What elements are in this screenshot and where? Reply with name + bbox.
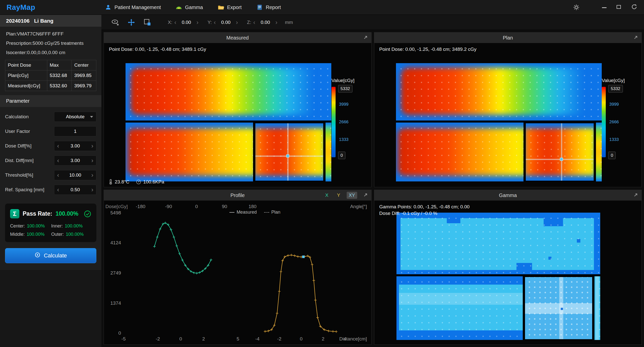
decrement-icon[interactable]: ‹ — [214, 19, 216, 25]
settings-gear-icon[interactable] — [573, 4, 580, 11]
gamma-crosshair-box[interactable] — [524, 276, 593, 340]
increment-icon[interactable]: › — [196, 19, 198, 25]
colorbar-tick: 1333 — [609, 137, 619, 142]
expand-icon[interactable] — [633, 35, 638, 40]
user-factor-input[interactable]: 1 — [54, 126, 96, 136]
gamma-right-sliver[interactable] — [594, 276, 600, 340]
plan-point-dose: Point Dose: 0.00, -1.25, -0.48 cm; 3489.… — [379, 47, 477, 52]
heatmap-bottom-left[interactable] — [126, 123, 253, 181]
ref-spacing-stepper[interactable]: ‹ 0.50 › — [54, 185, 96, 195]
gamma-heatmap[interactable] — [396, 213, 600, 340]
calculate-icon — [34, 252, 41, 259]
angle-axis-label: Angle[°] — [350, 204, 367, 209]
decrement-icon[interactable]: ‹ — [253, 19, 255, 25]
crosshair-point[interactable] — [286, 154, 289, 157]
y-axis-label: Dose[cGy] — [105, 204, 128, 209]
gamma-panel-header: Gamma — [374, 190, 642, 201]
parameter-fields: Calculation Absolute User Factor 1 Dose … — [0, 107, 101, 197]
zoom-region-icon[interactable] — [143, 18, 152, 27]
select-value: Absolute — [66, 114, 85, 120]
expand-icon[interactable] — [363, 192, 368, 198]
pan-move-icon[interactable] — [127, 18, 136, 27]
patient-header[interactable]: 20240106 Li Bang — [0, 15, 101, 27]
panel-grid: Measured Point Dose: 0.00, -1.25, -0.48 … — [101, 30, 644, 347]
pass-rate-card: Σ Pass Rate: 100.00% Center: 100.00% Inn… — [5, 204, 96, 242]
increment-icon[interactable]: › — [91, 187, 93, 193]
chevron-down-icon — [90, 116, 93, 118]
panel-title: Gamma — [499, 192, 517, 198]
calculation-select[interactable]: Absolute — [54, 112, 96, 122]
gamma-top-block[interactable] — [396, 213, 600, 274]
legend-plan: Plan — [264, 210, 280, 215]
heatmap-crosshair-box[interactable] — [255, 123, 324, 181]
heatmap-bottom-left[interactable] — [396, 123, 524, 181]
check-circle-icon — [84, 210, 91, 218]
crosshair-point[interactable] — [560, 158, 563, 161]
plan-max: 5332.68 — [47, 70, 72, 81]
heatmap-right-sliver[interactable] — [326, 123, 331, 181]
y-coordinate-value[interactable]: 0.00 — [218, 20, 234, 25]
plan-heatmap[interactable] — [396, 63, 602, 181]
increment-icon[interactable]: › — [236, 19, 238, 25]
expand-icon[interactable] — [363, 35, 368, 40]
increment-icon[interactable]: › — [91, 172, 93, 178]
titlebar: RayMap Patient Management Gamma Export — [0, 0, 644, 15]
tab-label: Gamma — [185, 5, 203, 10]
legend-measured: Measured — [229, 210, 257, 215]
tab-report[interactable]: Report — [256, 4, 281, 11]
heatmap-crosshair-box[interactable] — [525, 123, 594, 181]
dist-diff-stepper[interactable]: ‹ 3.00 › — [54, 156, 96, 166]
measured-heatmap[interactable] — [126, 63, 331, 181]
heatmap-top-block[interactable] — [396, 63, 602, 121]
dotted-line-swatch — [264, 212, 269, 213]
minimize-button[interactable] — [602, 5, 607, 10]
distance-axis-label: Distance[cm] — [339, 336, 367, 341]
field-threshold: Threshold[%] ‹ 10.00 › — [5, 168, 96, 182]
report-document-icon — [256, 4, 263, 11]
decrement-icon[interactable]: ‹ — [57, 158, 59, 164]
measured-max: 5332.60 — [47, 81, 72, 91]
prescription-line: Prescription:5000 cGy/25 treatments — [6, 41, 95, 46]
increment-icon[interactable]: › — [91, 158, 93, 164]
axis-button-x[interactable]: X — [323, 192, 331, 199]
input-value: 1 — [74, 129, 77, 134]
axis-button-y[interactable]: Y — [335, 192, 342, 199]
decrement-icon[interactable]: ‹ — [57, 143, 59, 149]
x-coordinate-value[interactable]: 0.00 — [178, 20, 194, 25]
increment-icon[interactable]: › — [91, 143, 93, 149]
isocenter-line: Isocenter:0.00,0.00,0.00 cm — [6, 50, 95, 55]
y-axis-tick: 0 — [118, 330, 121, 336]
thermometer-icon — [108, 179, 113, 185]
heatmap-right-sliver[interactable] — [596, 123, 602, 181]
axis-button-xy[interactable]: XY — [347, 192, 357, 199]
maximize-button[interactable] — [617, 5, 621, 10]
tab-export[interactable]: Export — [218, 4, 242, 11]
increment-icon[interactable]: › — [275, 19, 277, 25]
z-coordinate-value[interactable]: 0.00 — [257, 20, 273, 25]
gamma-bottom-left[interactable] — [396, 276, 523, 340]
gamma-dose-icon — [176, 4, 182, 11]
stat-center: Center: 100.00% — [10, 223, 50, 229]
threshold-stepper[interactable]: ‹ 10.00 › — [54, 170, 96, 180]
profile-chart[interactable]: Dose[cGy]54984124274913740-180-90090180A… — [104, 201, 371, 344]
export-folder-icon — [218, 4, 224, 11]
content-area: X: ‹ 0.00 › Y: ‹ 0.00 › Z: ‹ 0.00 › m — [101, 15, 644, 347]
heatmap-top-block[interactable] — [126, 63, 331, 121]
dose-diff-stepper[interactable]: ‹ 3.00 › — [54, 141, 96, 151]
colorbar-gradient — [602, 87, 606, 157]
decrement-icon[interactable]: ‹ — [174, 19, 176, 25]
decrement-icon[interactable]: ‹ — [57, 172, 59, 178]
calculate-button[interactable]: Calculate — [5, 248, 96, 263]
tab-gamma[interactable]: Gamma — [176, 4, 203, 11]
tab-patient-management[interactable]: Patient Management — [105, 4, 161, 11]
expand-icon[interactable] — [633, 192, 638, 198]
crosshair-point[interactable] — [560, 307, 563, 310]
field-calculation: Calculation Absolute — [5, 109, 96, 124]
profile-panel: Profile X Y XY Dose[cGy]5498412427491374… — [104, 190, 372, 345]
app-logo: RayMap — [0, 3, 101, 12]
session-restore-icon[interactable] — [631, 4, 637, 11]
colorbar-min: 0 — [338, 152, 345, 159]
coord-x: X: ‹ 0.00 › — [168, 19, 198, 25]
decrement-icon[interactable]: ‹ — [57, 187, 59, 193]
probe-view-icon[interactable] — [110, 18, 120, 27]
